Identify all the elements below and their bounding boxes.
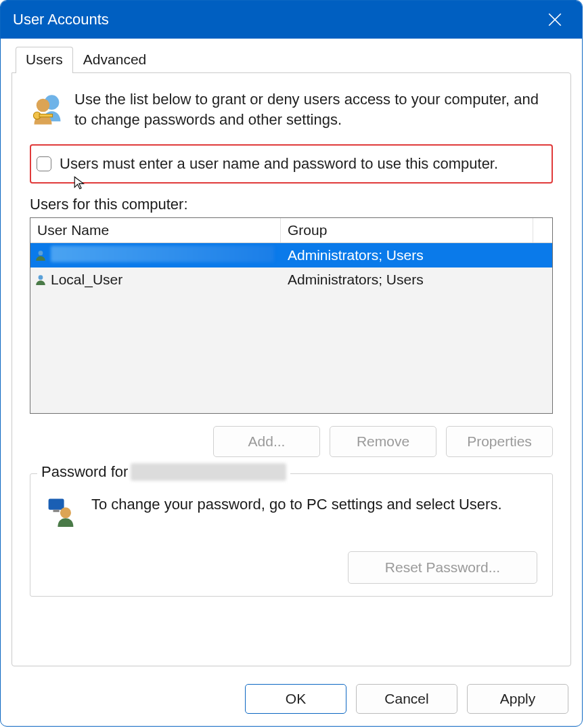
- users-key-icon: [30, 92, 65, 127]
- dialog-footer: OK Cancel Apply: [1, 677, 582, 726]
- cell-username: [51, 246, 281, 265]
- password-info-text: To change your password, go to PC settin…: [91, 494, 502, 515]
- cell-group: Administrators; Users: [281, 272, 552, 288]
- require-password-label: Users must enter a user name and passwor…: [60, 155, 498, 173]
- svg-rect-5: [39, 114, 52, 117]
- require-password-row: Users must enter a user name and passwor…: [30, 144, 553, 184]
- reset-password-button[interactable]: Reset Password...: [348, 551, 537, 584]
- svg-point-7: [39, 276, 43, 280]
- table-row[interactable]: Local_User Administrators; Users: [30, 267, 552, 292]
- close-button[interactable]: [539, 3, 571, 36]
- properties-button[interactable]: Properties: [446, 426, 553, 457]
- column-username[interactable]: User Name: [30, 218, 281, 242]
- password-legend-text: Password for: [41, 463, 128, 481]
- cancel-button[interactable]: Cancel: [356, 684, 457, 714]
- table-row[interactable]: Administrators; Users: [30, 243, 552, 267]
- svg-point-3: [37, 99, 50, 112]
- tab-advanced[interactable]: Advanced: [73, 47, 156, 73]
- users-table: User Name Group Administrators; Users: [30, 217, 553, 414]
- user-monitor-icon: [45, 496, 76, 527]
- user-icon: [35, 249, 47, 261]
- password-groupbox: Password for To change your password, go…: [30, 473, 553, 597]
- titlebar: User Accounts: [1, 1, 582, 39]
- user-icon: [35, 274, 47, 286]
- table-header: User Name Group: [30, 218, 552, 243]
- tab-users[interactable]: Users: [16, 47, 73, 73]
- intro-text: Use the list below to grant or deny user…: [74, 89, 553, 129]
- user-accounts-dialog: User Accounts Users Advanced: [0, 0, 583, 727]
- cell-username: Local_User: [51, 272, 281, 288]
- column-group[interactable]: Group: [281, 218, 533, 242]
- svg-point-10: [60, 508, 71, 519]
- table-body: Administrators; Users Local_User Adminis…: [30, 243, 552, 413]
- svg-point-6: [39, 251, 43, 256]
- user-buttons-row: Add... Remove Properties: [30, 426, 553, 457]
- window-title: User Accounts: [13, 11, 539, 28]
- add-button[interactable]: Add...: [213, 426, 320, 457]
- password-legend: Password for: [37, 463, 290, 481]
- apply-button[interactable]: Apply: [467, 684, 568, 714]
- close-icon: [548, 13, 562, 26]
- remove-button[interactable]: Remove: [330, 426, 436, 457]
- password-info-row: To change your password, go to PC settin…: [45, 494, 537, 527]
- require-password-checkbox[interactable]: [37, 156, 51, 171]
- tab-panel-users: Use the list below to grant or deny user…: [12, 72, 571, 666]
- dialog-content: Users Advanced Use the list below to gra…: [1, 39, 582, 677]
- column-spacer: [533, 218, 552, 242]
- intro-row: Use the list below to grant or deny user…: [30, 89, 553, 129]
- svg-rect-8: [49, 499, 64, 510]
- cursor-icon: [73, 175, 88, 190]
- ok-button[interactable]: OK: [245, 684, 346, 714]
- users-list-label: Users for this computer:: [30, 196, 553, 213]
- svg-rect-9: [53, 510, 60, 512]
- reset-password-row: Reset Password...: [45, 551, 537, 584]
- password-legend-user: [131, 463, 286, 481]
- tabstrip: Users Advanced: [12, 47, 571, 73]
- cell-group: Administrators; Users: [281, 247, 552, 263]
